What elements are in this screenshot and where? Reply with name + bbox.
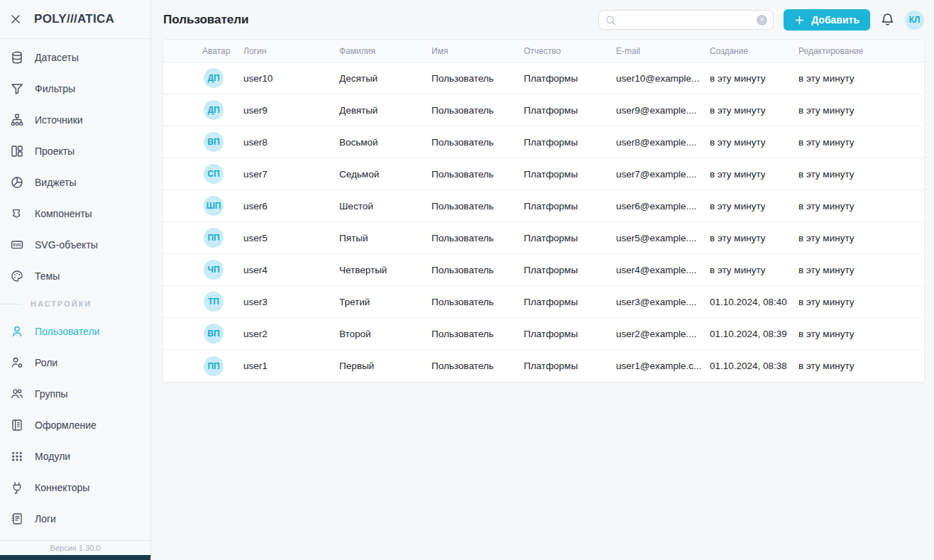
table-row[interactable]: ДПuser10ДесятыйПользовательПлатформыuser… (163, 62, 924, 94)
sidebar-item-datasets[interactable]: Датасеты (0, 42, 150, 73)
user-menu-avatar[interactable]: КЛ (905, 11, 924, 30)
puzzle-icon (10, 207, 24, 221)
cell-last_name: Шестой (339, 201, 432, 212)
cell-last_name: Третий (339, 297, 432, 307)
cell-first_name: Пользователь (432, 361, 524, 371)
cell-login: user6 (243, 201, 339, 212)
cell-edited: в эту минуту (798, 329, 924, 339)
sidebar-item-components[interactable]: Компоненты (0, 198, 150, 229)
column-header-4: Отчество (524, 46, 616, 56)
cell-email: user9@example.... (616, 105, 710, 116)
page-title: Пользователи (163, 13, 249, 27)
cell-first_name: Пользователь (432, 265, 524, 275)
sidebar-item-label: Группы (35, 388, 68, 400)
sidebar-item-roles[interactable]: Роли (0, 347, 150, 378)
cell-last_name: Девятый (339, 105, 432, 116)
cell-middle_name: Платформы (524, 233, 616, 243)
database-icon (10, 50, 24, 65)
row-avatar: ВП (204, 132, 224, 152)
row-avatar: ШП (204, 196, 224, 216)
add-user-button[interactable]: Добавить (784, 9, 870, 31)
sidebar-item-themes[interactable]: Темы (0, 260, 150, 292)
table-row[interactable]: ЧПuser4ЧетвертыйПользовательПлатформыuse… (163, 254, 924, 286)
sidebar: POLY///ATICA Датасеты Фильтры Источники … (0, 0, 151, 560)
cell-created: 01.10.2024, 08:38 (710, 361, 798, 371)
row-avatar: СП (204, 164, 224, 184)
cell-created: 01.10.2024, 08:39 (710, 329, 798, 339)
cell-avatar: ШП (202, 196, 243, 216)
cell-login: user9 (243, 105, 339, 116)
cell-first_name: Пользователь (432, 329, 524, 339)
notifications-bell-icon[interactable] (880, 12, 895, 28)
cell-email: user6@example.... (616, 201, 710, 212)
sidebar-item-svg-objects[interactable]: SVG SVG-объекты (0, 229, 150, 260)
sidebar-item-logs[interactable]: Логи (0, 503, 150, 534)
svg-badge-icon: SVG (10, 238, 24, 252)
sidebar-item-widgets[interactable]: Виджеты (0, 167, 150, 198)
sidebar-item-connectors[interactable]: Коннекторы (0, 472, 150, 503)
sidebar-collapse-icon[interactable] (11, 14, 21, 24)
cell-middle_name: Платформы (524, 297, 616, 307)
cell-last_name: Восьмой (339, 137, 432, 148)
table-row[interactable]: ППuser5ПятыйПользовательПлатформыuser5@e… (163, 222, 924, 254)
cell-edited: в эту минуту (798, 73, 924, 84)
cell-login: user5 (243, 233, 339, 243)
sidebar-item-modules[interactable]: Модули (0, 441, 150, 472)
sidebar-item-label: Виджеты (35, 177, 77, 188)
cell-edited: в эту минуту (798, 265, 924, 275)
layout-icon (10, 144, 24, 158)
cell-first_name: Пользователь (432, 105, 524, 116)
sidebar-nav: Датасеты Фильтры Источники Проекты Видже… (0, 39, 150, 540)
header-actions: × Добавить КЛ (598, 9, 924, 31)
table-row[interactable]: ВПuser2ВторойПользовательПлатформыuser2@… (163, 318, 924, 350)
sidebar-item-groups[interactable]: Группы (0, 378, 150, 410)
cell-first_name: Пользователь (432, 169, 524, 180)
sidebar-item-label: Проекты (35, 146, 75, 157)
cell-middle_name: Платформы (524, 201, 616, 212)
users-table: АватарЛогинФамилияИмяОтчествоE-mailСозда… (163, 40, 924, 382)
table-row[interactable]: ППuser1ПервыйПользовательПлатформыuser1@… (163, 350, 924, 382)
cell-avatar: ВП (202, 132, 243, 152)
sidebar-item-projects[interactable]: Проекты (0, 136, 150, 167)
cell-avatar: ДП (202, 100, 243, 120)
column-header-7: Редактирование (798, 46, 924, 56)
table-row[interactable]: ДПuser9ДевятыйПользовательПлатформыuser9… (163, 94, 924, 126)
column-header-2: Фамилия (339, 46, 432, 56)
cell-avatar: ТП (202, 292, 243, 312)
sidebar-item-label: Оформление (35, 419, 97, 431)
main-content: Пользователи × Добавить КЛ АватарЛогинФ (151, 0, 934, 560)
cell-edited: в эту минуту (798, 169, 924, 180)
add-user-label: Добавить (811, 14, 859, 26)
row-avatar: ПП (204, 356, 224, 376)
cell-last_name: Десятый (339, 73, 432, 84)
sidebar-item-users[interactable]: Пользователи (0, 316, 150, 347)
sidebar-item-label: Темы (35, 270, 60, 282)
sidebar-item-label: Роли (35, 357, 57, 368)
cell-last_name: Пятый (339, 233, 432, 243)
search-input[interactable] (621, 15, 752, 26)
sidebar-logo-row: POLY///ATICA (0, 0, 150, 39)
row-avatar: ДП (204, 100, 224, 120)
cell-last_name: Первый (339, 361, 432, 371)
cell-login: user3 (243, 297, 339, 307)
clear-search-icon[interactable]: × (757, 15, 767, 26)
cell-middle_name: Платформы (524, 265, 616, 275)
document-lines-icon (10, 418, 24, 432)
table-row[interactable]: ШПuser6ШестойПользовательПлатформыuser6@… (163, 190, 924, 222)
sidebar-item-label: Коннекторы (35, 482, 89, 493)
cell-email: user1@example.c... (616, 361, 710, 371)
table-row[interactable]: ВПuser8ВосьмойПользовательПлатформыuser8… (163, 126, 924, 158)
cell-email: user5@example.... (616, 233, 710, 243)
sidebar-item-sources[interactable]: Источники (0, 104, 150, 136)
cell-middle_name: Платформы (524, 169, 616, 180)
sidebar-item-appearance[interactable]: Оформление (0, 410, 150, 441)
table-row[interactable]: ТПuser3ТретийПользовательПлатформыuser3@… (163, 286, 924, 318)
table-row[interactable]: СПuser7СедьмойПользовательПлатформыuser7… (163, 158, 924, 190)
cell-email: user2@example.... (616, 329, 710, 339)
cell-middle_name: Платформы (524, 137, 616, 148)
cell-edited: в эту минуту (798, 201, 924, 212)
app-version: Версия 1.30.0 (0, 540, 150, 555)
sidebar-item-filters[interactable]: Фильтры (0, 73, 150, 104)
cell-email: user8@example.... (616, 137, 710, 148)
sidebar-item-label: Компоненты (35, 208, 92, 219)
